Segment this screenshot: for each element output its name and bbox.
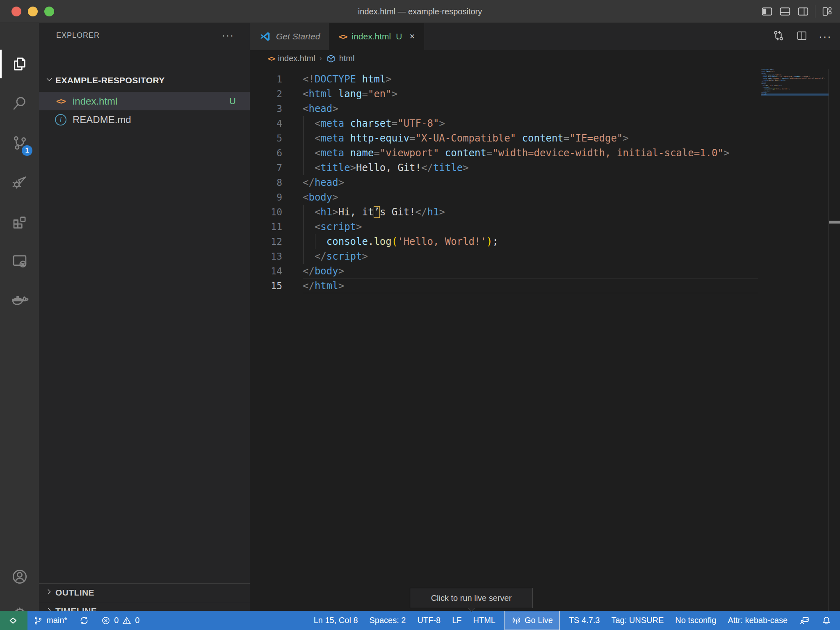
indentation-button[interactable]: Spaces: 2 — [364, 611, 412, 630]
vscode-window: index.html — example-respository 1 — [0, 0, 840, 630]
code-line[interactable]: <title>Hello, Git!</title> — [303, 160, 729, 175]
eol-button[interactable]: LF — [446, 611, 467, 630]
code-editor[interactable]: 123456789101112131415 <!DOCTYPE html><ht… — [250, 67, 840, 611]
split-editor-icon[interactable] — [796, 30, 808, 43]
indent-guide — [303, 205, 304, 219]
file-row-readme-md[interactable]: i README.md — [39, 110, 250, 129]
encoding-button[interactable]: UTF-8 — [411, 611, 446, 630]
breadcrumb-symbol[interactable]: html — [339, 54, 355, 63]
indent-guide — [303, 116, 304, 131]
tab-label: Get Started — [276, 32, 320, 41]
tab-index-html[interactable]: <> index.html U × — [329, 23, 424, 50]
language-mode-button[interactable]: HTML — [468, 611, 501, 630]
code-line[interactable]: </html> — [303, 278, 729, 293]
code-line[interactable]: <!DOCTYPE html> — [303, 72, 729, 87]
sync-icon — [79, 615, 89, 626]
indent-guide — [303, 234, 304, 249]
errors-icon — [101, 616, 111, 625]
broadcast-icon — [511, 616, 521, 625]
feedback-button[interactable] — [793, 611, 815, 630]
more-actions-icon[interactable]: ··· — [819, 30, 832, 43]
tab-bar: Get Started <> index.html U × — [250, 23, 840, 50]
code-line[interactable]: </script> — [303, 249, 729, 264]
extensions-icon — [11, 213, 28, 230]
remote-indicator-button[interactable] — [0, 611, 27, 630]
code-line[interactable]: <body> — [303, 190, 729, 205]
git-branch-icon — [33, 616, 43, 625]
source-control-badge: 1 — [22, 145, 32, 156]
breadcrumb: <> index.html › html — [250, 50, 840, 67]
branch-button[interactable]: main* — [27, 611, 73, 630]
notifications-button[interactable] — [815, 611, 838, 630]
titlebar-separator — [815, 5, 815, 18]
sidebar-item-extensions[interactable] — [0, 202, 39, 241]
tab-get-started[interactable]: Get Started — [250, 23, 329, 50]
workspace-name: EXAMPLE-RESPOSITORY — [55, 75, 165, 85]
cursor-position-button[interactable]: Ln 15, Col 8 — [308, 611, 364, 630]
outline-section-header[interactable]: OUTLINE — [39, 584, 250, 602]
code-line[interactable]: </body> — [303, 264, 729, 278]
sidebar-item-source-control[interactable]: 1 — [0, 123, 39, 162]
overview-ruler-cursor-mark — [829, 221, 840, 224]
code-content: <!DOCTYPE html><html lang="en"><head> <m… — [303, 72, 729, 293]
tsconfig-button[interactable]: No tsconfig — [669, 611, 722, 630]
html-file-icon: <> — [338, 32, 347, 41]
sidebar-item-search[interactable] — [0, 84, 39, 123]
error-count: 0 — [114, 616, 119, 625]
accounts-button[interactable] — [0, 557, 39, 596]
html-file-icon: <> — [54, 96, 68, 106]
sync-button[interactable] — [73, 611, 95, 630]
sidebar-item-run-debug[interactable] — [0, 162, 39, 202]
explorer-more-actions-icon[interactable]: ··· — [222, 30, 234, 41]
file-name: index.html — [73, 96, 117, 107]
file-row-index-html[interactable]: <> index.html U — [39, 92, 250, 110]
close-tab-icon[interactable]: × — [409, 31, 415, 42]
indent-guide — [303, 219, 304, 234]
sidebar-item-remote-explorer[interactable] — [0, 241, 39, 281]
chevron-right-icon — [45, 587, 55, 598]
code-line[interactable]: <h1>Hi, it’s Git!</h1> — [303, 205, 729, 219]
ts-version-button[interactable]: TS 4.7.3 — [563, 611, 606, 630]
remote-icon — [8, 614, 20, 627]
sidebar-item-docker[interactable] — [0, 281, 39, 320]
go-live-tooltip: Click to run live server — [410, 588, 533, 608]
customize-layout-icon[interactable] — [821, 6, 833, 17]
code-line[interactable]: <meta http-equiv="X-UA-Compatible" conte… — [303, 131, 729, 146]
open-changes-icon[interactable] — [772, 29, 785, 44]
tab-label: index.html — [352, 32, 391, 41]
tag-case-button[interactable]: Tag: UNSURE — [606, 611, 670, 630]
workspace-section-header[interactable]: EXAMPLE-RESPOSITORY — [39, 71, 250, 89]
git-status-badge: U — [229, 96, 236, 107]
toggle-primary-sidebar-icon[interactable] — [761, 5, 773, 18]
window-title: index.html — example-respository — [0, 0, 840, 23]
line-number: 13 — [250, 249, 282, 264]
search-icon — [11, 95, 28, 112]
indent-guide — [303, 160, 304, 175]
code-line[interactable]: <head> — [303, 101, 729, 116]
problems-button[interactable]: 0 0 — [95, 611, 145, 630]
active-indicator — [0, 50, 2, 78]
code-line[interactable]: console.log('Hello, World!'); — [303, 234, 729, 249]
code-line[interactable]: <meta name="viewport" content="width=dev… — [303, 146, 729, 160]
breadcrumb-file[interactable]: index.html — [278, 54, 315, 63]
code-line[interactable]: <meta charset="UTF-8"> — [303, 116, 729, 131]
code-line[interactable]: <script> — [303, 219, 729, 234]
sidebar-item-explorer[interactable] — [0, 44, 39, 84]
overview-ruler-border — [829, 69, 829, 611]
title-bar: index.html — example-respository — [0, 0, 840, 23]
explorer-title: EXPLORER — [56, 31, 100, 40]
minimap[interactable]: <!DOCTYPE html><html lang="en"><head> <m… — [761, 69, 829, 95]
toggle-panel-icon[interactable] — [779, 5, 791, 18]
code-line[interactable]: <html lang="en"> — [303, 87, 729, 101]
indent-guide — [303, 249, 304, 264]
code-line[interactable]: </head> — [303, 175, 729, 190]
toggle-secondary-sidebar-icon[interactable] — [797, 5, 809, 18]
explorer-sidebar: EXPLORER ··· EXAMPLE-RESPOSITORY <> inde… — [39, 23, 250, 611]
go-live-button[interactable]: Go Live — [504, 611, 560, 630]
breadcrumb-separator: › — [320, 54, 322, 63]
files-icon — [11, 55, 28, 73]
line-number: 15 — [250, 278, 282, 293]
tab-git-status: U — [396, 32, 402, 41]
attr-case-button[interactable]: Attr: kebab-case — [722, 611, 793, 630]
symbol-cube-icon — [326, 54, 336, 64]
